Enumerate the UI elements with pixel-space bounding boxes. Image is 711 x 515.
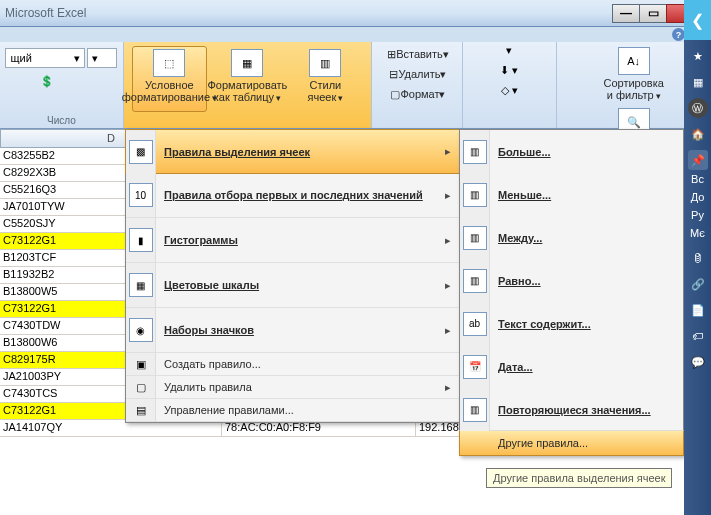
sidebar-grid-icon[interactable]: ▦ [688, 72, 708, 92]
chevron-right-icon: ▸ [445, 381, 451, 394]
sort-icon: A↓ [618, 47, 650, 75]
cell-styles-icon: ▥ [309, 49, 341, 77]
sort-filter-button[interactable]: A↓ Сортировка и фильтр [598, 44, 670, 105]
sidebar-text[interactable]: Мє [690, 224, 705, 242]
clear-button[interactable]: ◇ ▾ [501, 84, 518, 104]
chevron-right-icon: ▸ [445, 189, 451, 202]
new-rule-item[interactable]: ▣ Создать правило... [126, 353, 459, 376]
sidebar-text[interactable]: Ру [691, 206, 704, 224]
cell-styles-button[interactable]: ▥ Стили ячеек [288, 46, 363, 112]
data-bars-icon: ▮ [129, 228, 153, 252]
decimal-buttons[interactable] [77, 72, 87, 91]
currency-dropdown[interactable]: ▾ [87, 48, 117, 68]
highlight-rules-icon: ▩ [129, 140, 153, 164]
highlight-rules-submenu: ▥ Больше... ▥ Меньше... ▥ Между... ▥ Рав… [459, 129, 684, 456]
sidebar-text[interactable]: До [691, 188, 705, 206]
duplicate-icon: ▥ [463, 398, 487, 422]
insert-button[interactable]: ⊞ Вставить ▾ [385, 44, 449, 64]
sidebar-link-icon[interactable]: 🔗 [688, 274, 708, 294]
icon-sets-icon: ◉ [129, 318, 153, 342]
chevron-right-icon: ▸ [445, 234, 451, 247]
between-icon: ▥ [463, 226, 487, 250]
number-group: щий▾ ▾ 💲 Число [0, 42, 124, 128]
editing-small-group: ▾ ⬇ ▾ ◇ ▾ [463, 42, 557, 128]
sidebar-home-icon[interactable]: 🏠 [688, 124, 708, 144]
sidebar-w-icon[interactable]: Ⓦ [688, 98, 708, 118]
date-icon: 📅 [463, 355, 487, 379]
format-button[interactable]: ▢ Формат ▾ [388, 84, 445, 104]
sidebar-text[interactable]: Вс [691, 170, 704, 188]
manage-rules-icon: ▤ [136, 404, 146, 417]
greater-than-item[interactable]: ▥ Больше... [460, 130, 683, 173]
chevron-right-icon: ▸ [445, 279, 451, 292]
minimize-button[interactable]: — [612, 4, 640, 23]
icon-sets-item[interactable]: ◉ Наборы значков ▸ [126, 308, 459, 353]
titlebar: Microsoft Excel — ▭ ✕ [0, 0, 711, 27]
highlight-cells-rules-item[interactable]: ▩ Правила выделения ячеек ▸ [125, 129, 460, 174]
sidebar-tag-icon[interactable]: 🏷 [688, 326, 708, 346]
equal-icon: ▥ [463, 269, 487, 293]
help-row: ? [0, 27, 711, 42]
less-than-item[interactable]: ▥ Меньше... [460, 173, 683, 216]
chevron-right-icon: ▸ [445, 145, 451, 158]
data-bars-item[interactable]: ▮ Гистограммы ▸ [126, 218, 459, 263]
number-format-combo[interactable]: щий▾ [5, 48, 85, 68]
top-bottom-icon: 10 [129, 183, 153, 207]
sidebar-db-icon[interactable]: 🛢 [688, 248, 708, 268]
fill-button[interactable]: ⬇ ▾ [500, 64, 518, 84]
styles-group: ⬚ Условное форматирование ▦ Форматироват… [124, 42, 372, 128]
ribbon: щий▾ ▾ 💲 Число ⬚ Условное форматирование… [0, 42, 711, 129]
sidebar-pin-icon[interactable]: 📌 [688, 150, 708, 170]
autosum-button[interactable]: ▾ [506, 44, 512, 64]
less-icon: ▥ [463, 183, 487, 207]
clear-rules-item[interactable]: ▢ Удалить правила ▸ [126, 376, 459, 399]
text-icon: ab [463, 312, 487, 336]
maximize-button[interactable]: ▭ [639, 4, 667, 23]
currency-icon[interactable]: 💲 [35, 72, 59, 91]
manage-rules-item[interactable]: ▤ Управление правилами... [126, 399, 459, 422]
percent-button[interactable] [63, 72, 73, 91]
equal-to-item[interactable]: ▥ Равно... [460, 259, 683, 302]
number-group-label: Число [0, 115, 123, 126]
delete-button[interactable]: ⊟ Удалить ▾ [387, 64, 446, 84]
tooltip: Другие правила выделения ячеек [486, 468, 672, 488]
greater-icon: ▥ [463, 140, 487, 164]
cells-group: ⊞ Вставить ▾ ⊟ Удалить ▾ ▢ Формат ▾ [372, 42, 463, 128]
table-icon: ▦ [231, 49, 263, 77]
clear-rules-icon: ▢ [136, 381, 146, 394]
color-scales-icon: ▦ [129, 273, 153, 297]
sidebar-doc-icon[interactable]: 📄 [688, 300, 708, 320]
app-title: Microsoft Excel [5, 6, 86, 20]
date-occurring-item[interactable]: 📅 Дата... [460, 345, 683, 388]
chevron-right-icon: ▸ [445, 324, 451, 337]
text-contains-item[interactable]: ab Текст содержит... [460, 302, 683, 345]
sidebar-chat-icon[interactable]: 💬 [688, 352, 708, 372]
sidebar-back-button[interactable]: ❮ [684, 0, 711, 40]
conditional-formatting-menu: ▩ Правила выделения ячеек ▸ 10 Правила о… [125, 129, 460, 423]
new-rule-icon: ▣ [136, 358, 146, 371]
more-rules-item[interactable]: Другие правила... [459, 430, 684, 456]
app-sidebar: ❮ ★ ▦ Ⓦ 🏠 📌 Вс До Ру Мє 🛢 🔗 📄 🏷 💬 [684, 0, 711, 515]
top-bottom-rules-item[interactable]: 10 Правила отбора первых и последних зна… [126, 173, 459, 218]
conditional-formatting-icon: ⬚ [153, 49, 185, 77]
sidebar-star-icon[interactable]: ★ [688, 46, 708, 66]
duplicate-values-item[interactable]: ▥ Повторяющиеся значения... [460, 388, 683, 431]
conditional-formatting-button[interactable]: ⬚ Условное форматирование [132, 46, 207, 112]
between-item[interactable]: ▥ Между... [460, 216, 683, 259]
format-as-table-button[interactable]: ▦ Форматировать как таблицу [210, 46, 285, 112]
color-scales-item[interactable]: ▦ Цветовые шкалы ▸ [126, 263, 459, 308]
